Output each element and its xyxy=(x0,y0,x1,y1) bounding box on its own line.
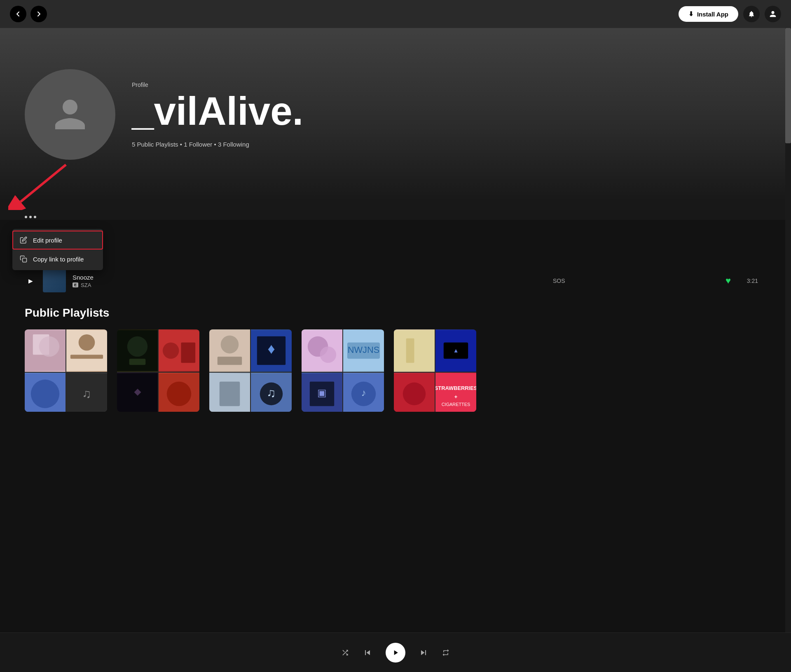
profile-name: _vilAlive. xyxy=(132,91,761,131)
playlist-cover-4: NWJNS ▣ ♪ xyxy=(302,329,384,412)
like-button[interactable]: ♥ xyxy=(725,275,731,286)
dropdown-menu: Edit profile Copy link to profile xyxy=(12,229,103,270)
cover-quad: ▣ xyxy=(302,373,342,412)
svg-text:♦: ♦ xyxy=(267,341,275,357)
playlist-cover-2: ⬥ xyxy=(117,329,199,412)
copy-link-label: Copy link to profile xyxy=(33,256,84,263)
edit-profile-label: Edit profile xyxy=(33,237,62,244)
cover-quad xyxy=(159,373,199,412)
svg-point-22 xyxy=(167,382,191,406)
play-pause-button[interactable] xyxy=(386,643,405,663)
svg-text:CIGARETTES: CIGARETTES xyxy=(442,402,470,407)
scrollbar[interactable] xyxy=(785,28,791,672)
playlists-grid: ♫ xyxy=(25,329,758,412)
cover-quad xyxy=(394,373,435,412)
song-artist: SZA xyxy=(81,282,91,288)
hero-info: Profile _vilAlive. 5 Public Playlists • … xyxy=(132,82,761,148)
svg-rect-25 xyxy=(218,357,242,365)
hero-section: Profile _vilAlive. 5 Public Playlists • … xyxy=(0,28,785,201)
cover-quad xyxy=(209,329,250,372)
dot1 xyxy=(25,216,27,218)
svg-point-24 xyxy=(221,336,239,354)
svg-point-14 xyxy=(127,336,148,357)
svg-text:STRAWBERRIES: STRAWBERRIES xyxy=(435,385,476,391)
explicit-badge: E xyxy=(73,282,78,287)
bottom-bar xyxy=(0,632,791,672)
back-button[interactable] xyxy=(10,6,26,22)
svg-text:▣: ▣ xyxy=(317,387,327,398)
svg-text:NWJNS: NWJNS xyxy=(348,345,379,355)
edit-icon xyxy=(20,236,27,244)
cover-quad: ♫ xyxy=(66,373,107,412)
user-menu-button[interactable] xyxy=(765,6,781,22)
prev-button[interactable] xyxy=(363,648,372,658)
cover-quad xyxy=(25,329,66,372)
cover-quad xyxy=(66,329,107,372)
svg-rect-15 xyxy=(129,359,146,365)
scrollbar-thumb[interactable] xyxy=(785,28,791,143)
cover-quad: ⬥ xyxy=(117,373,158,412)
topbar: ⬇ Install App xyxy=(0,0,791,28)
dot2 xyxy=(29,216,32,218)
song-album: SOS xyxy=(399,278,718,284)
cover-quad: NWJNS xyxy=(343,329,384,372)
profile-stats: 5 Public Playlists • 1 Follower • 3 Foll… xyxy=(132,141,761,148)
install-app-button[interactable]: ⬇ Install App xyxy=(679,6,738,22)
cover-quad xyxy=(25,373,66,412)
install-label: Install App xyxy=(697,11,728,18)
play-song-button[interactable]: ▶ xyxy=(25,275,36,287)
repeat-button[interactable] xyxy=(442,649,450,657)
cover-quad: ♦ xyxy=(251,329,292,372)
svg-point-10 xyxy=(31,380,59,408)
edit-profile-item[interactable]: Edit profile xyxy=(12,231,103,250)
song-info: Snooze E SZA xyxy=(73,274,392,288)
song-duration: 3:21 xyxy=(737,278,758,284)
cover-quad: ▲ xyxy=(435,329,476,372)
install-icon: ⬇ xyxy=(688,10,694,18)
svg-rect-30 xyxy=(220,382,240,406)
playlist-card-2[interactable]: ⬥ xyxy=(117,329,199,412)
playlists-section-title: Public Playlists xyxy=(25,306,758,320)
svg-point-7 xyxy=(79,334,95,351)
playlist-card-4[interactable]: NWJNS ▣ ♪ xyxy=(302,329,384,412)
svg-rect-8 xyxy=(70,355,103,359)
svg-point-52 xyxy=(403,383,426,405)
topbar-right: ⬇ Install App xyxy=(679,6,781,22)
playlist-card-3[interactable]: ♦ ♫ xyxy=(209,329,292,412)
nav-buttons xyxy=(10,6,47,22)
svg-text:⬥: ⬥ xyxy=(133,381,143,399)
svg-point-17 xyxy=(163,343,179,359)
copy-icon xyxy=(20,255,27,263)
cover-quad xyxy=(117,329,158,372)
cover-quad xyxy=(394,329,435,372)
svg-point-5 xyxy=(39,336,59,357)
playlist-cover-5: ▲ STRAWBERRIES + CIGARETTES xyxy=(394,329,476,412)
copy-link-item[interactable]: Copy link to profile xyxy=(12,250,103,268)
svg-text:♫: ♫ xyxy=(267,386,276,399)
shuffle-button[interactable] xyxy=(341,649,349,657)
avatar xyxy=(25,69,115,160)
cover-quad xyxy=(159,329,199,372)
playlist-card-1[interactable]: ♫ xyxy=(25,329,107,412)
next-button[interactable] xyxy=(419,648,428,658)
playlist-cover-3: ♦ ♫ xyxy=(209,329,292,412)
song-artist-row: E SZA xyxy=(73,282,392,288)
song-row-container: ▶ Snooze E SZA SOS ♥ 3:21 xyxy=(25,262,758,296)
avatar-container xyxy=(25,57,115,172)
playlist-card-5[interactable]: ▲ STRAWBERRIES + CIGARETTES xyxy=(394,329,476,412)
more-options-button[interactable] xyxy=(25,214,36,220)
dot3 xyxy=(34,216,36,218)
svg-text:▲: ▲ xyxy=(453,347,459,354)
cover-quad: ♫ xyxy=(251,373,292,412)
content-area xyxy=(0,201,785,220)
cover-quad xyxy=(302,329,342,372)
svg-text:♫: ♫ xyxy=(82,387,91,400)
song-row: ▶ Snooze E SZA SOS ♥ 3:21 xyxy=(25,265,758,296)
svg-rect-2 xyxy=(23,258,27,262)
notifications-button[interactable] xyxy=(743,6,760,22)
forward-button[interactable] xyxy=(30,6,47,22)
cover-quad xyxy=(209,373,250,412)
svg-point-36 xyxy=(320,347,337,363)
svg-text:♪: ♪ xyxy=(361,387,366,398)
playlist-cover-1: ♫ xyxy=(25,329,107,412)
